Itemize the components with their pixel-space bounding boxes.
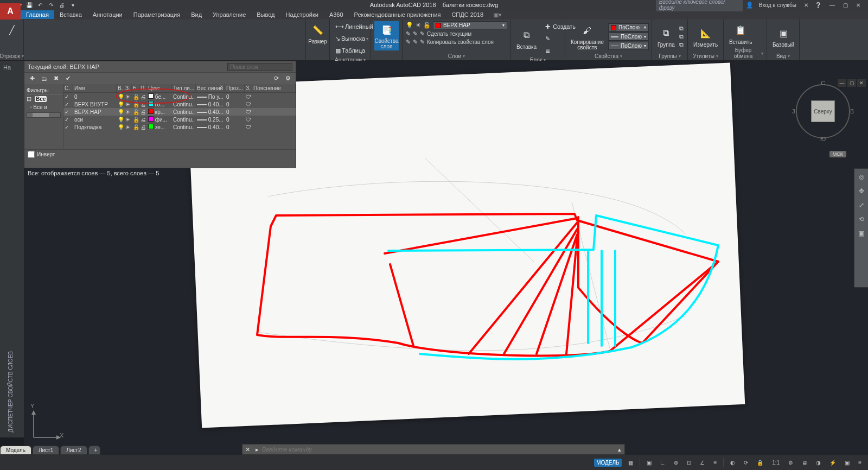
- layer-manager-panel[interactable]: Текущий слой: ВЕРХ НАР ✚ 🗂 ✖ ✔ ⟳ ⚙ Фильт…: [24, 61, 296, 168]
- isolate-icon[interactable]: ◑: [814, 459, 823, 467]
- vp-close-button[interactable]: ✕: [857, 79, 866, 87]
- transparency-icon[interactable]: ◐: [728, 459, 737, 467]
- menu-надстройки[interactable]: Надстройки: [280, 10, 324, 19]
- annotation-scale-button[interactable]: 1:1: [770, 459, 782, 467]
- layer-state-icon[interactable]: 💡: [406, 22, 413, 29]
- filter-used[interactable]: ▫ Все и: [27, 103, 61, 111]
- clean-screen-icon[interactable]: ▣: [843, 459, 852, 467]
- app-logo[interactable]: A: [0, 3, 21, 20]
- menu-параметризация[interactable]: Параметризация: [128, 10, 186, 19]
- layer-tool-icon4[interactable]: ✎: [406, 39, 411, 46]
- menu-вид[interactable]: Вид: [186, 10, 207, 19]
- view-cube[interactable]: Сверху С Ю В З: [793, 81, 853, 141]
- cmd-history-icon[interactable]: ▴: [615, 445, 624, 454]
- viewcube-south[interactable]: Ю: [820, 136, 826, 142]
- tree-toggle-icon[interactable]: ⊟: [27, 96, 31, 103]
- vp-minimize-button[interactable]: —: [838, 79, 846, 87]
- invert-filter[interactable]: Инверт: [28, 151, 292, 158]
- cmd-close-icon[interactable]: ✕: [242, 445, 252, 454]
- signin-label[interactable]: Вход в службы: [757, 2, 799, 8]
- copy-layer-props-button[interactable]: Копировать свойства слоя: [427, 39, 494, 45]
- menu-главная[interactable]: Главная: [21, 10, 54, 19]
- measure-button[interactable]: 📐Измерить: [691, 24, 720, 49]
- cmd-toggle-icon[interactable]: ▸: [252, 445, 262, 454]
- layer-col[interactable]: Проз...: [225, 84, 245, 92]
- layer-state-icon3[interactable]: 🔓: [423, 22, 431, 29]
- layer-row[interactable]: ✓ВЕРХ НАР💡☀🔓🖨 кр...Continu... 0.40...0🛡: [63, 108, 296, 116]
- match-props-button[interactable]: 🖌 Копирование свойств: [569, 22, 606, 52]
- otrack-icon[interactable]: ∠: [698, 459, 707, 467]
- osnap-icon[interactable]: ⊡: [685, 459, 693, 467]
- pan-icon[interactable]: ✥: [857, 186, 866, 196]
- layer-col[interactable]: З.: [124, 84, 132, 92]
- menu-вывод[interactable]: Вывод: [251, 10, 280, 19]
- viewcube-east[interactable]: В: [850, 109, 854, 115]
- layer-col[interactable]: Цвет: [147, 84, 172, 92]
- viewcube-north[interactable]: С: [821, 80, 825, 86]
- grid-icon[interactable]: ▦: [626, 459, 635, 467]
- table-button[interactable]: ▦Таблица: [333, 45, 367, 56]
- layer-row[interactable]: ✓0💡☀🔓🖨 бе...Continu... По у...0🛡: [63, 93, 296, 100]
- wcs-label[interactable]: МСК: [829, 151, 846, 157]
- layer-col[interactable]: В.: [117, 84, 124, 92]
- line-button[interactable]: ╱: [3, 21, 20, 39]
- make-current-button[interactable]: Сделать текущим: [427, 31, 471, 37]
- linetype-dropdown[interactable]: ПоСлою▾: [608, 42, 649, 50]
- undo-icon[interactable]: ↶: [36, 1, 44, 9]
- layout-tab[interactable]: Лист2: [60, 446, 87, 455]
- viewcube-west[interactable]: З: [792, 109, 795, 115]
- showmotion-icon[interactable]: ▣: [857, 228, 866, 238]
- layer-col[interactable]: Тип ли...: [172, 84, 196, 92]
- layout-tab[interactable]: Модель: [0, 446, 31, 455]
- color-dropdown[interactable]: ПоСлою▾: [608, 23, 649, 31]
- steering-wheel-icon[interactable]: ◎: [857, 172, 866, 182]
- layer-row[interactable]: ✓Подкладка💡☀🔓🖨 зе...Continu... 0.40...0🛡: [63, 123, 296, 131]
- command-input[interactable]: [262, 446, 615, 453]
- menu-управление[interactable]: Управление: [207, 10, 251, 19]
- layer-row[interactable]: ✓оси💡☀🔓🖨 фи...Continu... 0.25...0🛡: [63, 116, 296, 123]
- lwt-icon[interactable]: ≡: [711, 459, 719, 467]
- minimize-button[interactable]: —: [826, 1, 839, 9]
- layer-row[interactable]: ✓ВЕРХ ВНУТР💡☀🔓🖨 го...Continu... 0.40...0…: [63, 100, 296, 108]
- close-button[interactable]: ✕: [852, 1, 865, 9]
- add-layout-button[interactable]: +: [88, 446, 100, 455]
- print-icon[interactable]: 🖨: [58, 1, 66, 9]
- layer-tool-icon6[interactable]: ✎: [420, 39, 425, 46]
- user-icon[interactable]: 👤: [746, 2, 754, 9]
- monitor-icon[interactable]: 🖥: [800, 459, 809, 467]
- layer-tool-icon2[interactable]: ✎: [413, 30, 418, 37]
- menu-рекомендованные приложения[interactable]: Рекомендованные приложения: [349, 10, 446, 19]
- layer-col[interactable]: П.: [139, 84, 147, 92]
- layer-search-input[interactable]: [227, 63, 292, 71]
- lineweight-dropdown[interactable]: ПоСлою▾: [608, 33, 649, 41]
- menu-вставка[interactable]: Вставка: [54, 10, 87, 19]
- ortho-icon[interactable]: ∟: [658, 459, 668, 467]
- layer-col[interactable]: З.: [245, 84, 252, 92]
- menu-спдс 2018[interactable]: СПДС 2018: [446, 10, 489, 19]
- hw-accel-icon[interactable]: ⚡: [827, 459, 838, 467]
- layer-col[interactable]: Имя: [73, 84, 117, 92]
- linear-button[interactable]: ⟷Линейный▾: [333, 21, 367, 32]
- viewcube-ring[interactable]: [796, 84, 850, 138]
- layer-col[interactable]: Пояснение: [252, 84, 296, 92]
- filter-all[interactable]: Все: [35, 96, 47, 102]
- model-space-button[interactable]: МОДЕЛЬ: [594, 459, 621, 467]
- layer-tool-icon1[interactable]: ✎: [406, 30, 411, 37]
- baseview-button[interactable]: ▣Базовый: [770, 24, 796, 49]
- filter-column[interactable]: Фильтры ⊟ Все ▫ Все и: [24, 84, 63, 149]
- autoscale-icon[interactable]: 🔒: [755, 459, 765, 467]
- group-tool3-icon[interactable]: ⧉: [679, 41, 684, 48]
- polar-icon[interactable]: ⊛: [672, 459, 680, 467]
- leader-button[interactable]: ↘Выноска▾: [333, 33, 367, 44]
- redo-icon[interactable]: ↷: [47, 1, 55, 9]
- layer-tool-icon3[interactable]: ✎: [420, 30, 425, 37]
- new-layer-state-icon[interactable]: 🗂: [40, 74, 48, 83]
- cycling-icon[interactable]: ⟳: [742, 459, 750, 467]
- customize-status-icon[interactable]: ≡: [856, 459, 864, 467]
- menu-аннотации[interactable]: Аннотации: [87, 10, 128, 19]
- ribbon-collapse-icon[interactable]: ▣▾: [493, 11, 502, 18]
- group-tool2-icon[interactable]: ⧉: [679, 33, 684, 40]
- layer-col[interactable]: Вес линий: [196, 84, 225, 92]
- filter-hscroll[interactable]: [27, 112, 61, 118]
- orbit-icon[interactable]: ⟲: [857, 214, 866, 224]
